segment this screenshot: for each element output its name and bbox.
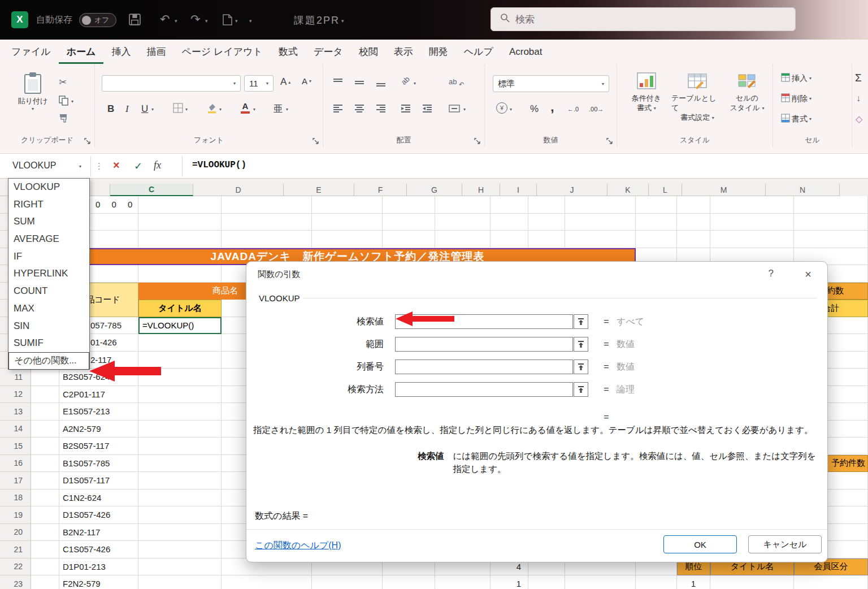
cell-J1[interactable]	[565, 196, 636, 214]
cell-C16[interactable]	[138, 455, 222, 473]
borders-dropdown-icon[interactable]: ▾	[185, 107, 188, 112]
cell-J23[interactable]	[565, 575, 636, 589]
cell-C2[interactable]	[138, 214, 222, 231]
phonetic-guide-button[interactable]: 亜	[274, 103, 283, 115]
tab-データ[interactable]: データ	[306, 40, 351, 64]
cell-G1[interactable]	[435, 196, 491, 214]
currency-dropdown-icon[interactable]: ▾	[510, 107, 512, 112]
conditional-formatting-button[interactable]: 条件付き 書式 ▾	[623, 71, 670, 113]
cell-I1[interactable]	[528, 196, 565, 214]
cell-I3[interactable]	[528, 231, 565, 248]
delete-cells-button[interactable]: 削除 ▾	[781, 93, 811, 104]
col-index-input[interactable]	[395, 360, 573, 374]
cell-A14[interactable]	[31, 421, 59, 438]
cell-A15[interactable]	[31, 438, 59, 455]
align-left-icon[interactable]	[333, 105, 344, 115]
row-header-19[interactable]: 19	[0, 506, 31, 524]
cell-A13[interactable]	[31, 403, 59, 421]
copy-dropdown-icon[interactable]: ▾	[71, 99, 73, 104]
search-input[interactable]: 検索	[491, 7, 796, 31]
dialog-close-icon[interactable]: ×	[805, 268, 811, 281]
grow-font-button[interactable]: A▴	[280, 76, 290, 88]
underline-button[interactable]: U	[141, 103, 148, 115]
shrink-font-button[interactable]: A▾	[302, 76, 311, 86]
cell-B23[interactable]: F2N2-579	[59, 575, 138, 589]
cell-F1[interactable]	[383, 196, 435, 214]
phonetic-dropdown-icon[interactable]: ▾	[286, 107, 288, 112]
cell-G2[interactable]	[435, 214, 491, 231]
dropdown-item-more-functions[interactable]: その他の関数...	[8, 352, 89, 370]
tab-校閲[interactable]: 校閲	[351, 40, 386, 64]
cell-F3[interactable]	[383, 231, 435, 248]
align-middle-icon[interactable]	[355, 79, 365, 89]
excel-logo-icon[interactable]: X	[11, 11, 28, 28]
cell-B18[interactable]: C1N2-624	[59, 490, 138, 507]
number-format-combo[interactable]: 標準 ▾	[493, 75, 609, 92]
function-help-link[interactable]: この関数のヘルプ(H)	[255, 540, 341, 552]
cell-B13[interactable]: E1S057-213	[59, 403, 138, 421]
tab-数式[interactable]: 数式	[271, 40, 306, 64]
cell-H3[interactable]	[491, 231, 528, 248]
drag-handle-icon[interactable]: ⋮	[95, 161, 103, 171]
tab-ページ レイアウト[interactable]: ページ レイアウト	[173, 40, 271, 64]
align-top-icon[interactable]	[333, 79, 344, 89]
column-header-G[interactable]: G	[407, 184, 462, 196]
paste-button[interactable]: 貼り付け ▾	[16, 72, 50, 111]
cell-D3[interactable]	[222, 231, 312, 248]
column-header-K[interactable]: K	[607, 184, 649, 196]
cell-B14[interactable]: A2N2-579	[59, 421, 138, 438]
number-format-dropdown-icon[interactable]: ▾	[602, 81, 604, 86]
cancel-entry-icon[interactable]: ×	[113, 159, 120, 172]
increase-indent-icon[interactable]	[423, 105, 433, 115]
cell-B20[interactable]: B2N2-117	[59, 524, 138, 542]
underline-dropdown-icon[interactable]: ▾	[151, 107, 154, 112]
cell-D1[interactable]	[222, 196, 312, 214]
row-header-11[interactable]: 11	[0, 369, 31, 386]
merge-center-icon[interactable]	[449, 105, 460, 115]
cell-F23[interactable]	[383, 575, 435, 589]
dropdown-item-COUNT[interactable]: COUNT	[8, 283, 89, 300]
font-color-icon[interactable]: A	[241, 101, 250, 114]
tab-ヘルプ[interactable]: ヘルプ	[456, 40, 501, 64]
row-header-23[interactable]: 23	[0, 575, 31, 589]
row-header-14[interactable]: 14	[0, 421, 31, 438]
cell-E2[interactable]	[312, 214, 383, 231]
tab-挿入[interactable]: 挿入	[103, 40, 138, 64]
cell-B19[interactable]: D1S057-426	[59, 506, 138, 524]
insert-cells-button[interactable]: 挿入 ▾	[781, 73, 811, 84]
cell-A12[interactable]	[31, 386, 59, 404]
decrease-indent-icon[interactable]	[401, 105, 411, 115]
copy-icon[interactable]	[59, 96, 68, 108]
cell-D2[interactable]	[222, 214, 312, 231]
tab-開発[interactable]: 開発	[421, 40, 456, 64]
toolbar-overflow-icon[interactable]: ▾	[249, 18, 252, 24]
fill-color-dropdown-icon[interactable]: ▾	[219, 107, 222, 112]
cell-M1[interactable]	[710, 196, 794, 214]
active-cell-C8[interactable]: =VLOOKUP()	[138, 317, 222, 335]
formula-input[interactable]: =VLOOKUP()	[192, 160, 246, 170]
cell-A20[interactable]	[31, 524, 59, 542]
cell-B15[interactable]: B2S057-117	[59, 438, 138, 455]
percent-style-icon[interactable]: %	[530, 103, 539, 115]
cell-C19[interactable]	[138, 506, 222, 524]
title-dropdown-icon[interactable]: ▾	[341, 18, 344, 24]
font-size-combo[interactable]: 11 ▾	[244, 75, 274, 92]
clipboard-dialog-launcher-icon[interactable]	[84, 137, 91, 144]
alignment-dialog-launcher-icon[interactable]	[474, 137, 481, 144]
cell-C20[interactable]	[138, 524, 222, 542]
cell-A17[interactable]	[31, 472, 59, 490]
column-header-F[interactable]: F	[354, 184, 407, 196]
cell-A18[interactable]	[31, 490, 59, 507]
cell-C21[interactable]	[138, 541, 222, 558]
name-box[interactable]: VLOOKUP ▾	[0, 154, 90, 179]
tab-描画[interactable]: 描画	[138, 40, 173, 64]
row-header-12[interactable]: 12	[0, 386, 31, 404]
range-input[interactable]	[395, 337, 573, 352]
cell-B17[interactable]: D1S057-117	[59, 472, 138, 490]
cell-A19[interactable]	[31, 506, 59, 524]
clear-icon[interactable]: ◇	[856, 114, 862, 124]
cell-B16[interactable]: B1S057-785	[59, 455, 138, 473]
collapse-dialog-icon[interactable]	[574, 314, 588, 329]
cell-E1[interactable]	[312, 196, 383, 214]
column-header-M[interactable]: M	[682, 184, 766, 196]
